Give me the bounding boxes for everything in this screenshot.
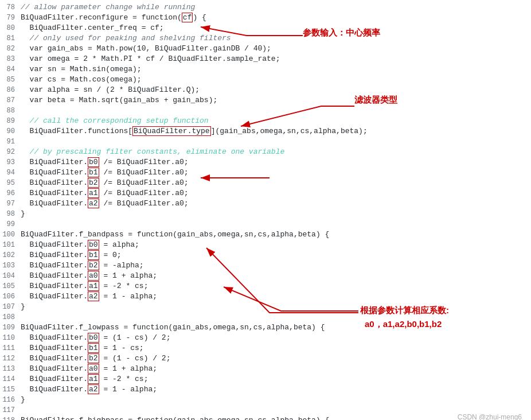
- code-token: BiQuadFilter.functions[: [21, 127, 132, 135]
- line-number: 80: [0, 23, 21, 33]
- code-token: = -2 * cs;: [99, 375, 149, 383]
- code-token: var cs = Math.cos(omega);: [21, 75, 142, 84]
- table-row: 104 BiQuadFilter.a0 = 1 + alpha;: [0, 271, 531, 281]
- highlighted-token: cf: [182, 13, 193, 22]
- line-number: 115: [0, 384, 21, 395]
- code-token: = (1 - cs) / 2;: [99, 354, 171, 363]
- table-row: 84 var sn = Math.sin(omega);: [0, 64, 531, 75]
- code-content: BiQuadFilter.b2 /= BiQuadFilter.a0;: [21, 178, 189, 188]
- code-content: BiQuadFilter.a2 = 1 - alpha;: [21, 384, 157, 395]
- code-token: BiQuadFilter.: [21, 333, 88, 342]
- code-token: var sn = Math.sin(omega);: [21, 65, 142, 73]
- line-number: 90: [0, 126, 21, 137]
- table-row: 112 BiQuadFilter.b2 = (1 - cs) / 2;: [0, 353, 531, 364]
- line-number: 107: [0, 302, 21, 312]
- line-number: 108: [0, 312, 21, 322]
- line-number: 111: [0, 343, 21, 353]
- code-content: BiQuadFilter.a2 /= BiQuadFilter.a0;: [21, 199, 189, 209]
- code-content: BiQuadFilter.f_highpass = function(gain_…: [21, 415, 329, 420]
- highlighted-token: a2: [88, 384, 99, 394]
- line-number: 103: [0, 260, 21, 271]
- table-row: 79BiQuadFilter.reconfigure = function(cf…: [0, 13, 531, 23]
- code-token: = (1 - cs) / 2;: [99, 333, 171, 342]
- table-row: 92 // by prescaling filter constants, el…: [0, 147, 531, 157]
- highlighted-token: BiQuadFilter.type: [132, 126, 211, 136]
- line-number: 109: [0, 322, 21, 333]
- table-row: 105 BiQuadFilter.a1 = -2 * cs;: [0, 281, 531, 291]
- code-content: BiQuadFilter.b2 = (1 - cs) / 2;: [21, 353, 170, 364]
- line-number: 92: [0, 147, 21, 157]
- code-content: var sn = Math.sin(omega);: [21, 64, 142, 75]
- table-row: 97 BiQuadFilter.a2 /= BiQuadFilter.a0;: [0, 199, 531, 209]
- code-content: BiQuadFilter.f_bandpass = function(gain_…: [21, 230, 329, 240]
- code-token: /= BiQuadFilter.a0;: [99, 199, 189, 208]
- line-number: 89: [0, 116, 21, 126]
- code-token: }: [21, 209, 25, 218]
- code-token: BiQuadFilter.reconfigure = function(: [21, 13, 182, 22]
- code-content: }: [21, 302, 25, 312]
- table-row: 91: [0, 137, 531, 147]
- highlighted-token: a1: [88, 374, 99, 384]
- line-number: 98: [0, 209, 21, 219]
- table-row: 86 var alpha = sn / (2 * BiQuadFilter.Q)…: [0, 85, 531, 95]
- code-token: = 1 + alpha;: [99, 364, 157, 373]
- code-token: BiQuadFilter.: [21, 364, 88, 373]
- code-token: BiQuadFilter.: [21, 282, 88, 290]
- code-token: = 1 - alpha;: [99, 385, 157, 394]
- table-row: 95 BiQuadFilter.b2 /= BiQuadFilter.a0;: [0, 178, 531, 188]
- line-number: 81: [0, 33, 21, 44]
- table-row: 118BiQuadFilter.f_highpass = function(ga…: [0, 415, 531, 420]
- code-token: = 0;: [99, 251, 122, 259]
- line-number: 102: [0, 250, 21, 260]
- table-row: 109BiQuadFilter.f_lowpass = function(gai…: [0, 322, 531, 333]
- code-token: BiQuadFilter.: [21, 271, 88, 280]
- line-number: 117: [0, 405, 21, 415]
- line-number: 83: [0, 54, 21, 64]
- highlighted-token: b1: [88, 343, 99, 353]
- code-content: BiQuadFilter.b2 = -alpha;: [21, 260, 144, 271]
- table-row: 117: [0, 405, 531, 415]
- code-content: BiQuadFilter.center_freq = cf;: [21, 23, 164, 33]
- code-token: /= BiQuadFilter.a0;: [99, 178, 189, 187]
- code-content: BiQuadFilter.f_lowpass = function(gain_a…: [21, 322, 325, 333]
- line-number: 110: [0, 333, 21, 343]
- code-token: BiQuadFilter.: [21, 199, 88, 208]
- table-row: 80 BiQuadFilter.center_freq = cf;: [0, 23, 531, 33]
- line-number: 84: [0, 64, 21, 75]
- code-content: BiQuadFilter.b1 /= BiQuadFilter.a0;: [21, 168, 189, 178]
- code-token: ](gain_abs,omega,sn,cs,alpha,beta);: [211, 127, 368, 135]
- table-row: 89 // call the corresponding setup funct…: [0, 116, 531, 126]
- code-content: BiQuadFilter.b0 /= BiQuadFilter.a0;: [21, 157, 189, 168]
- code-token: = 1 - cs;: [99, 344, 144, 352]
- table-row: 115 BiQuadFilter.a2 = 1 - alpha;: [0, 384, 531, 395]
- code-token: = -alpha;: [99, 261, 144, 270]
- line-number: 100: [0, 230, 21, 240]
- highlighted-token: b0: [88, 240, 99, 250]
- table-row: 116}: [0, 395, 531, 405]
- line-number: 104: [0, 271, 21, 281]
- code-token: BiQuadFilter.: [21, 261, 88, 270]
- line-number: 91: [0, 137, 21, 147]
- code-content: BiQuadFilter.b1 = 1 - cs;: [21, 343, 144, 353]
- line-number: 88: [0, 106, 21, 116]
- table-row: 98}: [0, 209, 531, 219]
- code-token: = alpha;: [99, 240, 139, 249]
- code-token: var omega = 2 * Math.PI * cf / BiQuadFil…: [21, 55, 280, 63]
- line-number: 78: [0, 2, 21, 13]
- line-number: 94: [0, 168, 21, 178]
- code-content: BiQuadFilter.a0 = 1 + alpha;: [21, 271, 157, 281]
- line-number: 79: [0, 13, 21, 23]
- code-token: BiQuadFilter.f_bandpass = function(gain_…: [21, 230, 329, 239]
- table-row: 106 BiQuadFilter.a2 = 1 - alpha;: [0, 291, 531, 302]
- table-row: 99: [0, 219, 531, 230]
- code-token: BiQuadFilter.f_lowpass = function(gain_a…: [21, 323, 325, 332]
- code-token: BiQuadFilter.: [21, 375, 88, 383]
- table-row: 110 BiQuadFilter.b0 = (1 - cs) / 2;: [0, 333, 531, 343]
- highlighted-token: b1: [88, 250, 99, 260]
- code-token: BiQuadFilter.: [21, 385, 88, 394]
- line-number: 106: [0, 291, 21, 302]
- code-token: BiQuadFilter.: [21, 158, 88, 166]
- code-token: BiQuadFilter.: [21, 354, 88, 363]
- code-content: var gain_abs = Math.pow(10, BiQuadFilter…: [21, 44, 271, 54]
- code-token: }: [21, 395, 25, 404]
